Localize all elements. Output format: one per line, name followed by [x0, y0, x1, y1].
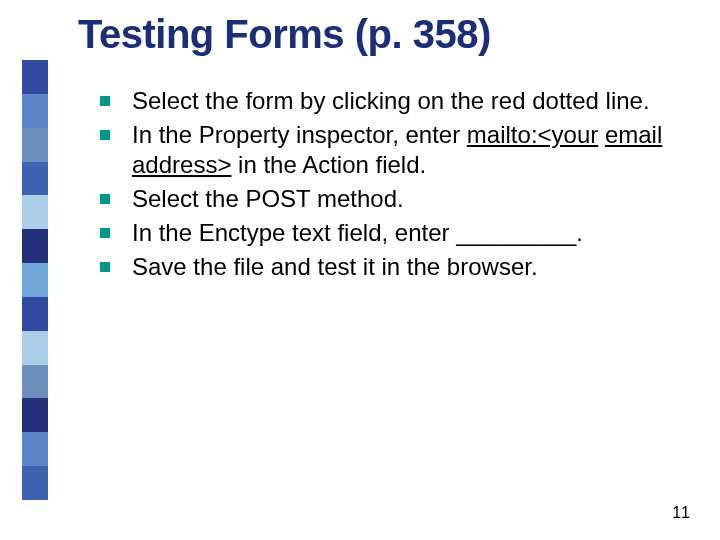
list-item: In the Property inspector, enter mailto:…: [100, 120, 696, 180]
decorative-left-bar: [22, 60, 48, 500]
slide-title: Testing Forms (p. 358): [78, 12, 491, 57]
bar-segment: [22, 229, 48, 263]
page-number: 11: [672, 504, 690, 522]
list-item: Select the POST method.: [100, 184, 696, 214]
bar-segment: [22, 297, 48, 331]
bullet-text: Save the file and test it in the browser…: [132, 252, 696, 282]
bullet-text: Select the POST method.: [132, 184, 696, 214]
list-item: In the Enctype text field, enter _______…: [100, 218, 696, 248]
bullet-square-icon: [100, 96, 110, 106]
bullet-square-icon: [100, 194, 110, 204]
list-item: Select the form by clicking on the red d…: [100, 86, 696, 116]
bar-segment: [22, 331, 48, 365]
bar-segment: [22, 162, 48, 196]
bullet-square-icon: [100, 130, 110, 140]
bar-segment: [22, 432, 48, 466]
bar-segment: [22, 263, 48, 297]
bullet-square-icon: [100, 262, 110, 272]
bar-segment: [22, 128, 48, 162]
bar-segment: [22, 466, 48, 500]
bullet-list: Select the form by clicking on the red d…: [100, 86, 696, 286]
bar-segment: [22, 365, 48, 399]
bullet-text: Select the form by clicking on the red d…: [132, 86, 696, 116]
bullet-text: In the Enctype text field, enter _______…: [132, 218, 696, 248]
bar-segment: [22, 94, 48, 128]
bullet-text: In the Property inspector, enter mailto:…: [132, 120, 696, 180]
bullet-square-icon: [100, 228, 110, 238]
bar-segment: [22, 60, 48, 94]
bar-segment: [22, 398, 48, 432]
bar-segment: [22, 195, 48, 229]
list-item: Save the file and test it in the browser…: [100, 252, 696, 282]
